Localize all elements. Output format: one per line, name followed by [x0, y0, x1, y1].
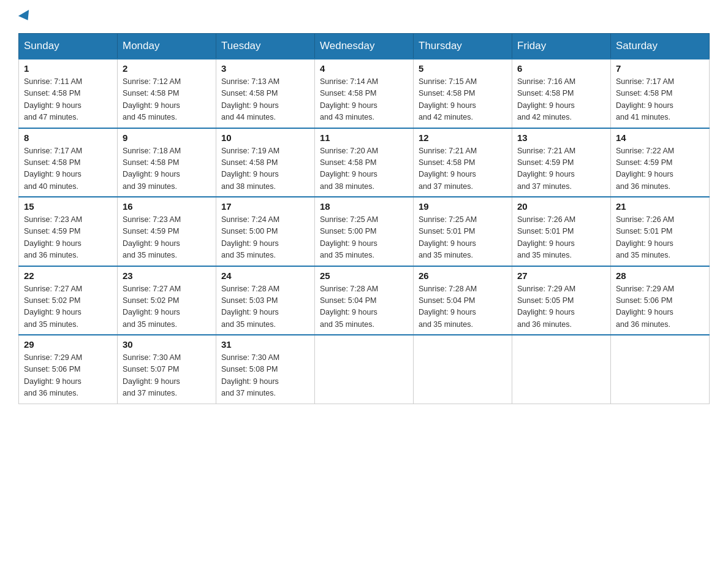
week-row-1: 1Sunrise: 7:11 AMSunset: 4:58 PMDaylight…	[19, 59, 710, 128]
day-number: 16	[123, 201, 211, 212]
day-info: Sunrise: 7:19 AMSunset: 4:58 PMDaylight:…	[221, 145, 309, 193]
calendar-cell: 20Sunrise: 7:26 AMSunset: 5:01 PMDayligh…	[512, 197, 611, 266]
week-row-5: 29Sunrise: 7:29 AMSunset: 5:06 PMDayligh…	[19, 335, 710, 404]
calendar-cell: 8Sunrise: 7:17 AMSunset: 4:58 PMDaylight…	[19, 128, 118, 197]
day-number: 22	[24, 270, 112, 281]
calendar-cell: 11Sunrise: 7:20 AMSunset: 4:58 PMDayligh…	[315, 128, 414, 197]
day-number: 19	[419, 201, 507, 212]
day-number: 11	[320, 132, 408, 143]
day-number: 27	[517, 270, 605, 281]
day-info: Sunrise: 7:13 AMSunset: 4:58 PMDaylight:…	[221, 76, 309, 124]
weekday-header-tuesday: Tuesday	[216, 34, 315, 59]
day-info: Sunrise: 7:26 AMSunset: 5:01 PMDaylight:…	[517, 214, 605, 262]
calendar-cell: 6Sunrise: 7:16 AMSunset: 4:58 PMDaylight…	[512, 59, 611, 128]
day-info: Sunrise: 7:26 AMSunset: 5:01 PMDaylight:…	[616, 214, 704, 262]
calendar-cell: 31Sunrise: 7:30 AMSunset: 5:08 PMDayligh…	[216, 335, 315, 404]
day-number: 6	[517, 63, 605, 74]
day-number: 25	[320, 270, 408, 281]
calendar-cell: 30Sunrise: 7:30 AMSunset: 5:07 PMDayligh…	[118, 335, 216, 404]
day-number: 9	[123, 132, 211, 143]
day-number: 15	[24, 201, 112, 212]
weekday-header-sunday: Sunday	[19, 34, 118, 59]
day-info: Sunrise: 7:30 AMSunset: 5:07 PMDaylight:…	[123, 352, 211, 400]
weekday-header-wednesday: Wednesday	[315, 34, 414, 59]
day-number: 1	[24, 63, 112, 74]
weekday-header-row: SundayMondayTuesdayWednesdayThursdayFrid…	[19, 34, 710, 59]
calendar-cell: 5Sunrise: 7:15 AMSunset: 4:58 PMDaylight…	[414, 59, 512, 128]
calendar-cell: 15Sunrise: 7:23 AMSunset: 4:59 PMDayligh…	[19, 197, 118, 266]
calendar-cell: 22Sunrise: 7:27 AMSunset: 5:02 PMDayligh…	[19, 266, 118, 335]
day-number: 29	[24, 339, 112, 350]
day-number: 7	[616, 63, 704, 74]
day-info: Sunrise: 7:28 AMSunset: 5:03 PMDaylight:…	[221, 283, 309, 331]
day-number: 12	[419, 132, 507, 143]
day-info: Sunrise: 7:29 AMSunset: 5:06 PMDaylight:…	[616, 283, 704, 331]
calendar-table: SundayMondayTuesdayWednesdayThursdayFrid…	[18, 33, 710, 404]
calendar-cell: 7Sunrise: 7:17 AMSunset: 4:58 PMDaylight…	[611, 59, 710, 128]
day-info: Sunrise: 7:23 AMSunset: 4:59 PMDaylight:…	[123, 214, 211, 262]
calendar-cell: 18Sunrise: 7:25 AMSunset: 5:00 PMDayligh…	[315, 197, 414, 266]
day-number: 8	[24, 132, 112, 143]
week-row-4: 22Sunrise: 7:27 AMSunset: 5:02 PMDayligh…	[19, 266, 710, 335]
calendar-cell: 17Sunrise: 7:24 AMSunset: 5:00 PMDayligh…	[216, 197, 315, 266]
calendar-cell	[414, 335, 512, 404]
weekday-header-friday: Friday	[512, 34, 611, 59]
day-number: 21	[616, 201, 704, 212]
day-info: Sunrise: 7:12 AMSunset: 4:58 PMDaylight:…	[123, 76, 211, 124]
calendar-cell	[611, 335, 710, 404]
day-number: 30	[123, 339, 211, 350]
calendar-cell: 21Sunrise: 7:26 AMSunset: 5:01 PMDayligh…	[611, 197, 710, 266]
calendar-cell	[512, 335, 611, 404]
calendar-cell: 13Sunrise: 7:21 AMSunset: 4:59 PMDayligh…	[512, 128, 611, 197]
day-number: 31	[221, 339, 309, 350]
day-info: Sunrise: 7:17 AMSunset: 4:58 PMDaylight:…	[616, 76, 704, 124]
day-info: Sunrise: 7:11 AMSunset: 4:58 PMDaylight:…	[24, 76, 112, 124]
day-info: Sunrise: 7:22 AMSunset: 4:59 PMDaylight:…	[616, 145, 704, 193]
day-number: 2	[123, 63, 211, 74]
day-number: 26	[419, 270, 507, 281]
calendar-cell: 2Sunrise: 7:12 AMSunset: 4:58 PMDaylight…	[118, 59, 216, 128]
calendar-cell: 24Sunrise: 7:28 AMSunset: 5:03 PMDayligh…	[216, 266, 315, 335]
day-number: 20	[517, 201, 605, 212]
calendar-cell: 9Sunrise: 7:18 AMSunset: 4:58 PMDaylight…	[118, 128, 216, 197]
day-info: Sunrise: 7:27 AMSunset: 5:02 PMDaylight:…	[123, 283, 211, 331]
calendar-cell: 29Sunrise: 7:29 AMSunset: 5:06 PMDayligh…	[19, 335, 118, 404]
day-info: Sunrise: 7:28 AMSunset: 5:04 PMDaylight:…	[419, 283, 507, 331]
calendar-cell: 19Sunrise: 7:25 AMSunset: 5:01 PMDayligh…	[414, 197, 512, 266]
day-number: 4	[320, 63, 408, 74]
calendar-cell: 23Sunrise: 7:27 AMSunset: 5:02 PMDayligh…	[118, 266, 216, 335]
calendar-cell: 26Sunrise: 7:28 AMSunset: 5:04 PMDayligh…	[414, 266, 512, 335]
day-info: Sunrise: 7:30 AMSunset: 5:08 PMDaylight:…	[221, 352, 309, 400]
calendar-cell: 27Sunrise: 7:29 AMSunset: 5:05 PMDayligh…	[512, 266, 611, 335]
day-info: Sunrise: 7:27 AMSunset: 5:02 PMDaylight:…	[24, 283, 112, 331]
day-info: Sunrise: 7:21 AMSunset: 4:59 PMDaylight:…	[517, 145, 605, 193]
day-info: Sunrise: 7:23 AMSunset: 4:59 PMDaylight:…	[24, 214, 112, 262]
day-info: Sunrise: 7:24 AMSunset: 5:00 PMDaylight:…	[221, 214, 309, 262]
week-row-2: 8Sunrise: 7:17 AMSunset: 4:58 PMDaylight…	[19, 128, 710, 197]
day-number: 24	[221, 270, 309, 281]
day-number: 28	[616, 270, 704, 281]
day-number: 17	[221, 201, 309, 212]
week-row-3: 15Sunrise: 7:23 AMSunset: 4:59 PMDayligh…	[19, 197, 710, 266]
day-number: 18	[320, 201, 408, 212]
day-info: Sunrise: 7:25 AMSunset: 5:00 PMDaylight:…	[320, 214, 408, 262]
logo	[18, 12, 34, 21]
day-info: Sunrise: 7:29 AMSunset: 5:05 PMDaylight:…	[517, 283, 605, 331]
calendar-cell	[315, 335, 414, 404]
day-number: 10	[221, 132, 309, 143]
calendar-cell: 25Sunrise: 7:28 AMSunset: 5:04 PMDayligh…	[315, 266, 414, 335]
day-info: Sunrise: 7:21 AMSunset: 4:58 PMDaylight:…	[419, 145, 507, 193]
weekday-header-thursday: Thursday	[414, 34, 512, 59]
calendar-cell: 4Sunrise: 7:14 AMSunset: 4:58 PMDaylight…	[315, 59, 414, 128]
day-number: 5	[419, 63, 507, 74]
day-info: Sunrise: 7:15 AMSunset: 4:58 PMDaylight:…	[419, 76, 507, 124]
day-number: 14	[616, 132, 704, 143]
day-info: Sunrise: 7:28 AMSunset: 5:04 PMDaylight:…	[320, 283, 408, 331]
day-number: 23	[123, 270, 211, 281]
day-number: 3	[221, 63, 309, 74]
day-info: Sunrise: 7:17 AMSunset: 4:58 PMDaylight:…	[24, 145, 112, 193]
page-header	[18, 12, 710, 21]
calendar-cell: 14Sunrise: 7:22 AMSunset: 4:59 PMDayligh…	[611, 128, 710, 197]
calendar-cell: 1Sunrise: 7:11 AMSunset: 4:58 PMDaylight…	[19, 59, 118, 128]
day-info: Sunrise: 7:25 AMSunset: 5:01 PMDaylight:…	[419, 214, 507, 262]
